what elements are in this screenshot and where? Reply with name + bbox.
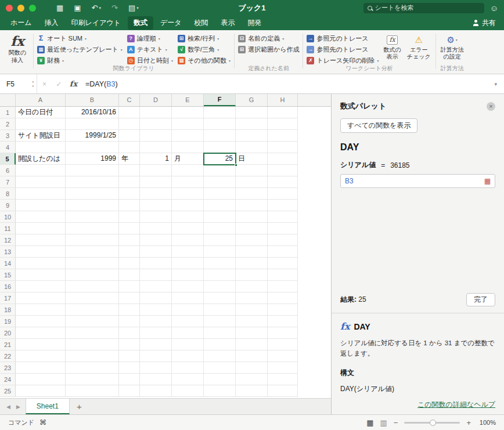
- cell-G14[interactable]: [236, 258, 268, 269]
- cell-B15[interactable]: [66, 269, 119, 281]
- tab-表示[interactable]: 表示: [215, 16, 241, 30]
- row-header-22[interactable]: 22: [0, 350, 16, 362]
- cell-D5[interactable]: 1: [140, 153, 172, 165]
- error-checking-button[interactable]: ⚠エラー チェック: [404, 33, 434, 60]
- cell-B16[interactable]: [66, 281, 119, 292]
- row-header-9[interactable]: 9: [0, 200, 16, 211]
- cell-E12[interactable]: [172, 234, 204, 246]
- cell-D20[interactable]: [140, 327, 172, 339]
- cell-C4[interactable]: [119, 142, 140, 153]
- cell-B11[interactable]: [66, 223, 119, 234]
- cell-D9[interactable]: [140, 200, 172, 211]
- cell-F18[interactable]: [204, 304, 236, 316]
- cell-G2[interactable]: [236, 118, 268, 130]
- cell-G8[interactable]: [236, 188, 268, 200]
- cell-F3[interactable]: [204, 130, 236, 142]
- cell-G17[interactable]: [236, 292, 268, 304]
- row-header-25[interactable]: 25: [0, 385, 16, 397]
- cell-D14[interactable]: [140, 258, 172, 269]
- tab-ホーム[interactable]: ホーム: [5, 16, 38, 30]
- cell-H16[interactable]: [268, 281, 298, 292]
- cell-H18[interactable]: [268, 304, 298, 316]
- zoom-in-button[interactable]: +: [466, 418, 471, 427]
- cell-E17[interactable]: [172, 292, 204, 304]
- cell-A3[interactable]: サイト開設日: [16, 130, 66, 142]
- row-header-11[interactable]: 11: [0, 223, 16, 234]
- cell-A1[interactable]: 今日の日付: [16, 107, 66, 118]
- name-box[interactable]: F5 ▴ ▾: [0, 74, 37, 93]
- cell-D23[interactable]: [140, 362, 172, 374]
- cell-A9[interactable]: [16, 200, 66, 211]
- cell-G13[interactable]: [236, 246, 268, 258]
- cell-C6[interactable]: [119, 165, 140, 176]
- row-header-19[interactable]: 19: [0, 316, 16, 327]
- cell-B17[interactable]: [66, 292, 119, 304]
- cell-H23[interactable]: [268, 362, 298, 374]
- cell-C8[interactable]: [119, 188, 140, 200]
- cell-B18[interactable]: [66, 304, 119, 316]
- cell-F2[interactable]: [204, 118, 236, 130]
- save-icon[interactable]: ▣: [74, 0, 81, 16]
- cell-H10[interactable]: [268, 211, 298, 223]
- cell-A5[interactable]: 開設したのは: [16, 153, 66, 165]
- command-icon[interactable]: ⌘: [39, 418, 46, 427]
- enter-icon[interactable]: ✓: [52, 80, 66, 88]
- cell-G1[interactable]: [236, 107, 268, 118]
- cell-B20[interactable]: [66, 327, 119, 339]
- cell-F13[interactable]: [204, 246, 236, 258]
- cell-H2[interactable]: [268, 118, 298, 130]
- cell-C11[interactable]: [119, 223, 140, 234]
- undo-dropdown-icon[interactable]: ▾: [99, 0, 102, 16]
- select-all-corner[interactable]: [0, 94, 16, 106]
- cell-D19[interactable]: [140, 316, 172, 327]
- cell-E10[interactable]: [172, 211, 204, 223]
- feedback-smiley-icon[interactable]: ☺: [490, 3, 498, 13]
- formula-text[interactable]: =DAY(B3): [85, 80, 118, 88]
- cell-C10[interactable]: [119, 211, 140, 223]
- logical-button[interactable]: ?論理順▾: [125, 33, 175, 44]
- row-header-21[interactable]: 21: [0, 339, 16, 350]
- zoom-level[interactable]: 100%: [477, 419, 496, 426]
- create-from-selection-button[interactable]: ⊞選択範囲から作成: [236, 44, 301, 55]
- cell-F5[interactable]: 25: [204, 153, 236, 165]
- cell-B13[interactable]: [66, 246, 119, 258]
- tab-数式[interactable]: 数式: [128, 16, 153, 30]
- cell-A13[interactable]: [16, 246, 66, 258]
- cell-E18[interactable]: [172, 304, 204, 316]
- cell-F24[interactable]: [204, 374, 236, 385]
- cell-B9[interactable]: [66, 200, 119, 211]
- cell-D22[interactable]: [140, 350, 172, 362]
- cell-G18[interactable]: [236, 304, 268, 316]
- minimize-window-button[interactable]: [17, 5, 24, 12]
- row-header-14[interactable]: 14: [0, 258, 16, 269]
- cell-C17[interactable]: [119, 292, 140, 304]
- cell-G23[interactable]: [236, 362, 268, 374]
- cell-C12[interactable]: [119, 234, 140, 246]
- cell-C25[interactable]: [119, 385, 140, 397]
- cell-B4[interactable]: [66, 142, 119, 153]
- cell-C18[interactable]: [119, 304, 140, 316]
- row-header-16[interactable]: 16: [0, 281, 16, 292]
- cell-A15[interactable]: [16, 269, 66, 281]
- cell-E15[interactable]: [172, 269, 204, 281]
- undo-icon[interactable]: ↶ ▾: [92, 0, 101, 16]
- cell-F17[interactable]: [204, 292, 236, 304]
- cell-A23[interactable]: [16, 362, 66, 374]
- cell-H11[interactable]: [268, 223, 298, 234]
- cell-H4[interactable]: [268, 142, 298, 153]
- cell-C14[interactable]: [119, 258, 140, 269]
- close-window-button[interactable]: [6, 5, 13, 12]
- cell-H1[interactable]: [268, 107, 298, 118]
- cancel-icon[interactable]: ×: [37, 80, 52, 88]
- math-trig-button[interactable]: √数学/三角▾: [176, 44, 232, 55]
- function-help-link[interactable]: この関数の詳細なヘルプ: [417, 400, 495, 410]
- cell-A2[interactable]: [16, 118, 66, 130]
- row-header-17[interactable]: 17: [0, 292, 16, 304]
- cell-C2[interactable]: [119, 118, 140, 130]
- name-box-stepper[interactable]: ▴ ▾: [32, 79, 34, 88]
- cell-B1[interactable]: 2016/10/16: [66, 107, 119, 118]
- cell-A8[interactable]: [16, 188, 66, 200]
- cell-G25[interactable]: [236, 385, 268, 397]
- cell-C7[interactable]: [119, 176, 140, 188]
- row-header-24[interactable]: 24: [0, 374, 16, 385]
